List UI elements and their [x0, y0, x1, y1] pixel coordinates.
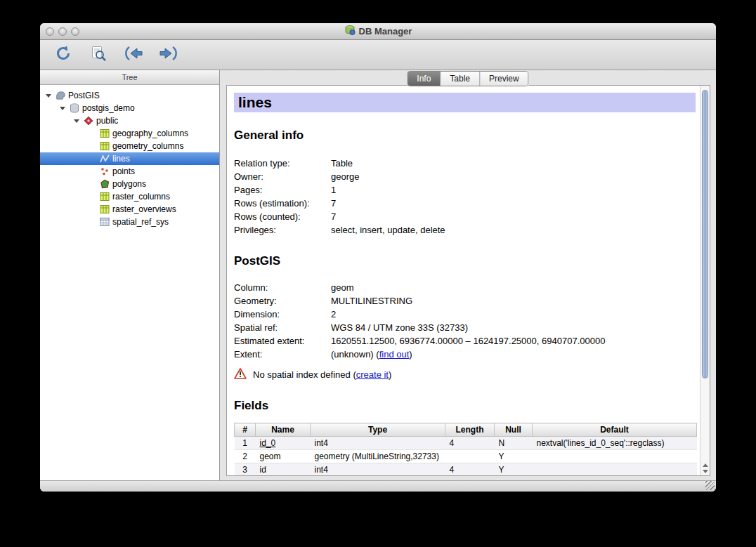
- field-name-link[interactable]: id_0: [260, 438, 276, 448]
- tree-item-label: spatial_ref_sys: [112, 217, 169, 227]
- scrollbar-thumb[interactable]: [702, 90, 708, 378]
- tree-item-label: public: [96, 116, 118, 126]
- status-bar: [40, 480, 716, 492]
- app-icon: [344, 25, 356, 39]
- tree-item-label: raster_overviews: [112, 204, 176, 214]
- general-info-rows: Relation type:Table Owner:george Pages:1…: [234, 157, 697, 237]
- spatial-index-warning: No spatial index defined (create it): [234, 368, 697, 381]
- tab-table[interactable]: Table: [440, 72, 479, 86]
- postgis-elephant-icon: [55, 91, 66, 100]
- info-row: Relation type:Table: [234, 157, 697, 170]
- disclosure-triangle[interactable]: [72, 119, 81, 123]
- info-label: Rows (estimation):: [234, 197, 331, 210]
- toolbar: [40, 40, 716, 70]
- column-header-length: Length: [445, 423, 495, 437]
- field-default: nextval('lines_id_0_seq'::regclass): [533, 437, 697, 450]
- info-label: Spatial ref:: [234, 321, 331, 334]
- tree-item-lines[interactable]: lines: [40, 152, 219, 165]
- tree-item-label: raster_columns: [112, 192, 170, 202]
- info-row: Extent: (unknown) (find out): [234, 348, 697, 361]
- field-row: 2 geom geometry (MultiLineString,32733) …: [235, 450, 697, 463]
- sql-window-button[interactable]: [88, 44, 109, 65]
- tree-item-polygons[interactable]: polygons: [40, 178, 219, 190]
- tree-item-raster-overviews[interactable]: raster_overviews: [40, 203, 219, 216]
- warning-icon: [234, 368, 247, 381]
- info-value: select, insert, update, delete: [331, 223, 697, 237]
- window-title: DB Manager: [359, 26, 412, 37]
- zoom-button[interactable]: [71, 27, 79, 36]
- fields-header-row: # Name Type Length Null Default: [235, 423, 697, 437]
- find-out-link[interactable]: find out: [379, 349, 410, 360]
- table-plain-icon: [99, 217, 110, 227]
- minimize-button[interactable]: [58, 27, 67, 36]
- object-title: lines: [234, 93, 696, 112]
- info-row: Spatial ref:WGS 84 / UTM zone 33S (32733…: [234, 321, 697, 334]
- tree-item-label: geography_columns: [112, 128, 188, 138]
- disclosure-triangle[interactable]: [58, 107, 67, 110]
- table-green-icon: [99, 192, 110, 202]
- info-label: Relation type:: [234, 157, 331, 170]
- titlebar[interactable]: DB Manager: [40, 23, 716, 40]
- import-layer-button[interactable]: [123, 44, 144, 65]
- point-layer-icon: [99, 166, 110, 176]
- tree-item-raster-columns[interactable]: raster_columns: [40, 190, 219, 203]
- tab-info[interactable]: Info: [408, 72, 440, 86]
- info-label: Pages:: [234, 183, 331, 197]
- info-label: Geometry:: [234, 294, 331, 308]
- line-layer-icon: [99, 154, 110, 164]
- tree-item-label: PostGIS: [68, 91, 100, 100]
- general-info-heading: General info: [234, 128, 697, 143]
- sql-window-icon: [90, 45, 107, 65]
- resize-grip[interactable]: [705, 481, 715, 490]
- table-green-icon: [99, 128, 110, 138]
- field-length: 4: [445, 463, 495, 476]
- tree-item-spatial-ref-sys[interactable]: spatial_ref_sys: [40, 216, 219, 228]
- scroll-up-button[interactable]: [703, 463, 708, 467]
- column-header-default: Default: [533, 423, 697, 437]
- info-row: Pages:1: [234, 183, 697, 197]
- scroll-down-button[interactable]: [703, 470, 708, 473]
- field-null: Y: [495, 450, 533, 463]
- tree-item-label: points: [112, 166, 135, 176]
- column-header-num: #: [235, 423, 256, 437]
- info-label: Dimension:: [234, 308, 331, 321]
- tree-item-postgis-demo[interactable]: postgis_demo: [40, 102, 219, 114]
- polygon-layer-icon: [99, 179, 110, 189]
- field-length: 4: [445, 437, 495, 450]
- create-it-link[interactable]: create it: [356, 369, 389, 380]
- tab-preview[interactable]: Preview: [479, 72, 528, 86]
- tree-item-points[interactable]: points: [40, 165, 219, 178]
- column-header-null: Null: [495, 423, 533, 437]
- field-null: N: [495, 437, 533, 450]
- info-label: Rows (counted):: [234, 210, 331, 223]
- vertical-scrollbar[interactable]: [700, 86, 710, 475]
- field-type: int4: [311, 463, 445, 476]
- info-label: Extent:: [234, 348, 331, 361]
- field-name: id_0: [256, 437, 311, 450]
- disclosure-triangle[interactable]: [44, 94, 53, 98]
- info-view: lines General info Relation type:Table O…: [226, 85, 710, 476]
- info-label: Owner:: [234, 170, 331, 183]
- refresh-icon: [55, 45, 72, 65]
- info-scroll-area: lines General info Relation type:Table O…: [227, 86, 700, 475]
- tree-item-label: lines: [112, 154, 130, 164]
- tree-panel: Tree PostGIS postgis_demo public: [40, 70, 220, 480]
- table-green-icon: [99, 204, 110, 214]
- database-icon: [69, 103, 80, 113]
- export-layer-button[interactable]: [158, 44, 179, 65]
- tree-item-public[interactable]: public: [40, 114, 219, 127]
- info-value: (unknown) (find out): [331, 348, 697, 361]
- postgis-rows: Column:geom Geometry:MULTILINESTRING Dim…: [234, 281, 697, 361]
- info-value: george: [331, 170, 697, 183]
- tree-item-geometry-columns[interactable]: geometry_columns: [40, 140, 219, 152]
- tree-item-postgis[interactable]: PostGIS: [40, 89, 219, 102]
- refresh-button[interactable]: [53, 44, 74, 65]
- tree-panel-header: Tree: [40, 70, 219, 85]
- info-value: WGS 84 / UTM zone 33S (32733): [331, 321, 697, 334]
- info-row: Privileges:select, insert, update, delet…: [234, 223, 697, 237]
- tree-item-geography-columns[interactable]: geography_columns: [40, 127, 219, 140]
- close-button[interactable]: [46, 27, 54, 36]
- db-tree: PostGIS postgis_demo public geography_co…: [40, 85, 219, 480]
- field-length: [445, 450, 495, 463]
- field-num: 1: [235, 437, 256, 450]
